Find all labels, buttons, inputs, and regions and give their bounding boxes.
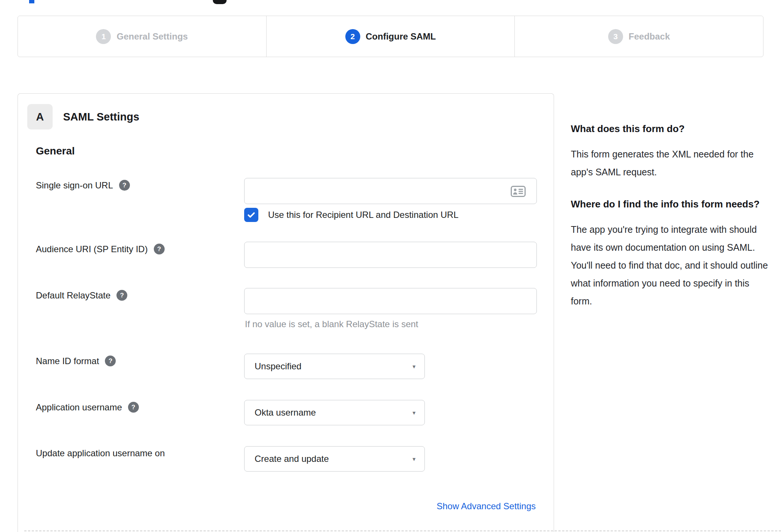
step-1-number-badge: 1: [96, 29, 111, 44]
name-id-format-select[interactable]: Unspecified ▾: [244, 354, 425, 379]
relay-state-label: Default RelayState: [36, 290, 111, 301]
app-username-help-icon[interactable]: ?: [128, 402, 139, 413]
help-question-2: Where do I find the info this form needs…: [571, 197, 772, 212]
step-1-label: General Settings: [116, 31, 188, 42]
recipient-destination-checkbox[interactable]: [244, 208, 258, 222]
step-2-number-badge: 2: [345, 29, 360, 44]
relay-state-hint: If no value is set, a blank RelayState i…: [245, 319, 418, 329]
audience-uri-label: Audience URI (SP Entity ID): [36, 244, 148, 254]
step-3-label: Feedback: [629, 31, 670, 42]
app-username-label-row: Application username ?: [36, 402, 139, 413]
audience-uri-input[interactable]: [244, 242, 537, 268]
step-2-label: Configure SAML: [366, 31, 436, 42]
sso-url-label-row: Single sign-on URL ?: [36, 180, 130, 191]
name-id-format-help-icon[interactable]: ?: [105, 356, 116, 366]
relay-state-input[interactable]: [244, 288, 537, 314]
recipient-destination-row: Use this for Recipient URL and Destinati…: [244, 208, 458, 222]
bottom-dashed-divider: [24, 531, 781, 531]
chevron-down-icon: ▾: [413, 409, 416, 416]
chevron-down-icon: ▾: [413, 363, 416, 370]
wizard-stepper: 1 General Settings 2 Configure SAML 3 Fe…: [18, 16, 763, 57]
general-group-title: General: [36, 145, 75, 157]
app-username-value: Okta username: [255, 407, 316, 418]
step-general-settings[interactable]: 1 General Settings: [18, 16, 266, 57]
show-advanced-settings-link[interactable]: Show Advanced Settings: [436, 501, 536, 511]
step-feedback[interactable]: 3 Feedback: [514, 16, 763, 57]
audience-uri-label-row: Audience URI (SP Entity ID) ?: [36, 244, 165, 254]
step-3-number-badge: 3: [608, 29, 623, 44]
section-title: SAML Settings: [63, 111, 139, 123]
help-answer-2: The app you're trying to integrate with …: [571, 220, 772, 310]
audience-uri-help-icon[interactable]: ?: [154, 244, 165, 254]
section-header: A SAML Settings: [27, 104, 139, 129]
step-configure-saml[interactable]: 2 Configure SAML: [266, 16, 515, 57]
saml-settings-card: A SAML Settings General Single sign-on U…: [18, 93, 554, 532]
sso-url-help-icon[interactable]: ?: [119, 180, 130, 191]
recipient-destination-label: Use this for Recipient URL and Destinati…: [268, 210, 458, 220]
help-answer-1: This form generates the XML needed for t…: [571, 145, 772, 181]
help-sidebar: What does this form do? This form genera…: [571, 121, 772, 326]
app-username-select[interactable]: Okta username ▾: [244, 400, 425, 425]
update-username-value: Create and update: [255, 454, 329, 464]
name-id-format-label: Name ID format: [36, 356, 99, 366]
cutoff-logo-fragment: [213, 0, 227, 4]
update-username-label-row: Update application username on: [36, 448, 165, 459]
update-username-select[interactable]: Create and update ▾: [244, 446, 425, 472]
relay-state-help-icon[interactable]: ?: [116, 290, 127, 301]
help-question-1: What does this form do?: [571, 121, 772, 136]
app-username-label: Application username: [36, 402, 122, 413]
update-username-label: Update application username on: [36, 448, 165, 459]
relay-state-label-row: Default RelayState ?: [36, 290, 127, 301]
cutoff-blue-fragment: [29, 0, 34, 3]
name-id-format-value: Unspecified: [255, 361, 301, 372]
sso-url-input[interactable]: [244, 178, 537, 204]
sso-url-label: Single sign-on URL: [36, 180, 113, 191]
chevron-down-icon: ▾: [413, 456, 416, 463]
section-a-badge: A: [27, 104, 53, 129]
name-id-format-label-row: Name ID format ?: [36, 356, 116, 366]
contact-card-icon[interactable]: [511, 186, 526, 198]
